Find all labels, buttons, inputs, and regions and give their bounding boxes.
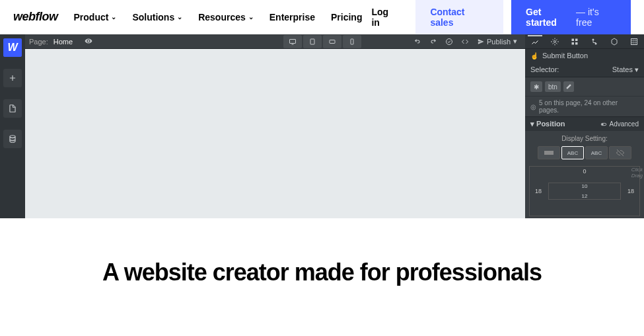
nav-solutions[interactable]: Solutions⌄ — [132, 12, 182, 22]
device-switcher — [283, 35, 361, 48]
headline-text: A website creator made for professionals — [13, 258, 631, 286]
get-started-label: Get started — [526, 7, 573, 28]
svg-rect-2 — [310, 39, 314, 44]
nav-product[interactable]: Product⌄ — [74, 12, 117, 22]
toolbar-left: Page: Home — [29, 37, 92, 46]
instance-count: ◎ 5 on this page, 24 on other pages. — [525, 97, 644, 117]
element-indicator: ☝ Submit Button — [525, 49, 644, 63]
svg-rect-8 — [575, 38, 578, 41]
nav-right: Log in Contact sales Get started — it's … — [362, 0, 631, 37]
svg-rect-10 — [575, 42, 578, 45]
get-started-button[interactable]: Get started — it's free — [511, 0, 631, 37]
undo-button[interactable] — [410, 35, 425, 48]
margin-right[interactable]: 18 — [627, 188, 634, 194]
selector-row: Selector: States ▾ — [525, 63, 644, 77]
element-tab[interactable] — [607, 35, 622, 48]
canvas[interactable] — [25, 49, 525, 218]
svg-point-5 — [446, 38, 452, 44]
edit-class-icon[interactable] — [563, 81, 574, 92]
get-started-suffix: — it's free — [576, 7, 616, 28]
style-tab[interactable] — [528, 35, 542, 48]
chevron-down-icon: ⌄ — [177, 13, 182, 21]
class-tag-all[interactable]: ✱ — [530, 81, 542, 92]
contact-sales-button[interactable]: Contact sales — [415, 0, 503, 37]
check-button[interactable] — [442, 35, 456, 48]
publish-button[interactable]: Publish ▾ — [474, 37, 521, 46]
nav-menu: Product⌄ Solutions⌄ Resources⌄ Enterpris… — [74, 12, 363, 22]
svg-point-15 — [602, 123, 604, 125]
designer-ui: W Page: Home — [0, 34, 644, 218]
svg-rect-13 — [631, 38, 637, 44]
preview-icon[interactable] — [85, 37, 92, 46]
code-button[interactable] — [458, 35, 472, 48]
left-sidebar: W — [0, 34, 25, 218]
cms-button[interactable] — [3, 130, 22, 148]
spacing-model[interactable]: Click Drag 0 18 18 10 12 — [525, 163, 644, 216]
device-desktop[interactable] — [283, 35, 302, 48]
advanced-toggle[interactable]: Advanced — [600, 120, 639, 128]
nav-resources[interactable]: Resources⌄ — [198, 12, 254, 22]
selector-label: Selector: — [530, 65, 559, 74]
layout-tab[interactable] — [567, 35, 582, 48]
device-tablet[interactable] — [303, 35, 322, 48]
display-setting: Display Setting: ABC ABC — [525, 131, 644, 163]
collapse-icon: ▾ — [530, 120, 534, 128]
nav-product-label: Product — [74, 12, 109, 22]
interactions-tab[interactable] — [587, 35, 602, 48]
login-button[interactable]: Log in — [362, 0, 408, 34]
margin-box: 0 18 18 10 12 — [529, 166, 640, 216]
svg-rect-1 — [291, 44, 293, 44]
display-inline[interactable]: ABC — [585, 146, 608, 159]
padding-bottom[interactable]: 12 — [582, 193, 588, 199]
svg-rect-3 — [330, 40, 335, 43]
chevron-down-icon: ▾ — [513, 37, 517, 46]
nav-pricing[interactable]: Pricing — [331, 12, 362, 22]
add-element-button[interactable] — [3, 69, 22, 87]
pointer-icon: ☝ — [530, 52, 538, 60]
main-area: Page: Home Publish ▾ — [25, 34, 525, 218]
svg-rect-9 — [572, 42, 575, 45]
margin-top[interactable]: 0 — [583, 168, 586, 175]
svg-rect-7 — [572, 38, 575, 41]
class-tag-btn[interactable]: btn — [545, 81, 561, 92]
panel-tabs — [525, 34, 644, 49]
display-none[interactable] — [609, 146, 631, 159]
device-mobile[interactable] — [343, 35, 361, 48]
nav-resources-label: Resources — [198, 12, 246, 22]
target-icon: ◎ — [530, 103, 536, 110]
grid-tab[interactable] — [627, 35, 641, 48]
advanced-label: Advanced — [610, 120, 639, 128]
display-inline-block[interactable]: ABC — [561, 146, 584, 159]
chevron-down-icon: ⌄ — [248, 13, 254, 21]
redo-button[interactable] — [426, 35, 441, 48]
logo[interactable]: webflow — [13, 10, 58, 24]
device-tablet-landscape[interactable] — [323, 35, 341, 48]
padding-top[interactable]: 10 — [582, 183, 588, 189]
nav-enterprise[interactable]: Enterprise — [269, 12, 315, 22]
nav-solutions-label: Solutions — [132, 12, 174, 22]
pages-button[interactable] — [3, 99, 22, 118]
display-block[interactable] — [538, 146, 560, 159]
nav-pricing-label: Pricing — [331, 12, 362, 22]
states-label: States — [612, 65, 633, 73]
states-dropdown[interactable]: States ▾ — [612, 65, 639, 74]
webflow-w-icon[interactable]: W — [3, 38, 22, 57]
top-navigation: webflow Product⌄ Solutions⌄ Resources⌄ E… — [0, 0, 644, 34]
padding-box: 10 12 — [548, 183, 621, 200]
svg-point-11 — [592, 38, 594, 40]
style-panel: ☝ Submit Button Selector: States ▾ ✱ btn… — [525, 34, 644, 218]
page-label: Page: — [29, 38, 48, 46]
page-name[interactable]: Home — [54, 38, 73, 46]
position-section-header[interactable]: ▾ Position Advanced — [525, 117, 644, 131]
settings-tab[interactable] — [548, 35, 562, 48]
position-label: Position — [536, 120, 565, 128]
publish-label: Publish — [487, 38, 511, 46]
element-name: Submit Button — [542, 52, 588, 60]
hero-headline: A website creator made for professionals — [0, 218, 644, 326]
display-buttons: ABC ABC — [530, 146, 639, 159]
svg-rect-16 — [544, 151, 554, 155]
margin-left[interactable]: 18 — [535, 188, 542, 194]
class-tags: ✱ btn — [525, 77, 644, 97]
svg-rect-4 — [351, 39, 353, 44]
count-text: 5 on this page, 24 on other pages. — [539, 99, 639, 114]
